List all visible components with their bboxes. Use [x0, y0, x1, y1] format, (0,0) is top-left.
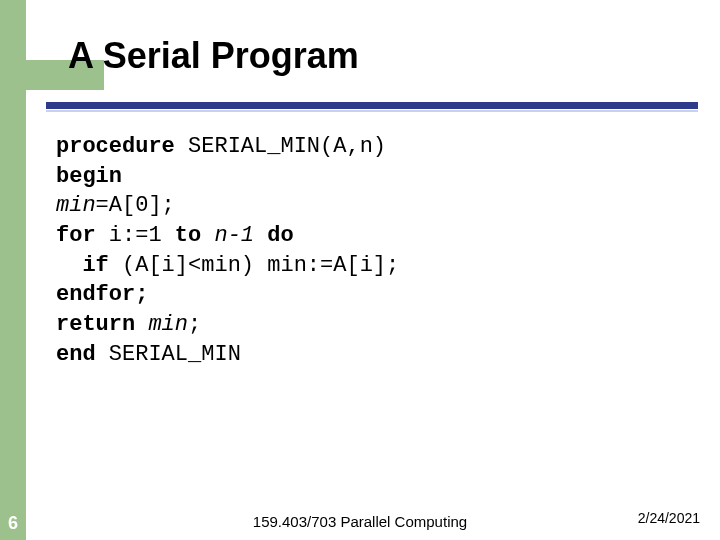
- code-text: ;: [188, 312, 201, 337]
- code-text: SERIAL_MIN: [96, 342, 241, 367]
- kw-for: for: [56, 223, 96, 248]
- it-n1: n-1: [201, 223, 267, 248]
- kw-end: end: [56, 342, 96, 367]
- code-block: procedure SERIAL_MIN(A,n) begin min=A[0]…: [56, 132, 690, 370]
- code-text: (A[i]<min) min:=A[i];: [109, 253, 399, 278]
- title-block: A Serial Program: [52, 35, 700, 87]
- it-min: min: [56, 193, 96, 218]
- kw-to: to: [175, 223, 201, 248]
- it-min2: min: [135, 312, 188, 337]
- code-text: i:=1: [96, 223, 175, 248]
- footer-date: 2/24/2021: [638, 510, 700, 526]
- slide-title: A Serial Program: [68, 35, 700, 77]
- kw-procedure: procedure: [56, 134, 175, 159]
- code-indent: [56, 253, 82, 278]
- kw-if: if: [82, 253, 108, 278]
- code-text: SERIAL_MIN(A,n): [175, 134, 386, 159]
- footer-center: 159.403/703 Parallel Computing: [0, 513, 720, 530]
- code-text: =A[0];: [96, 193, 175, 218]
- title-rule-dark: [46, 102, 698, 109]
- kw-return: return: [56, 312, 135, 337]
- title-rule-light: [46, 110, 698, 112]
- kw-endfor: endfor;: [56, 282, 148, 307]
- kw-do: do: [267, 223, 293, 248]
- kw-begin: begin: [56, 164, 122, 189]
